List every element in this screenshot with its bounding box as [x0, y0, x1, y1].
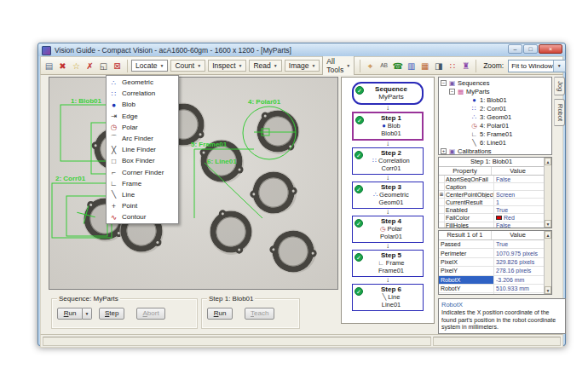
expand-icon[interactable]: ⊞	[439, 191, 445, 198]
zoom-select[interactable]: Fit to Window ▼	[508, 60, 565, 72]
tab-jog[interactable]: Jog	[554, 77, 565, 95]
menu-inspect[interactable]: Inspect▼	[208, 60, 246, 72]
expand-icon[interactable]	[439, 222, 445, 228]
step-node[interactable]: ✓ Step 5 ∟Frame Frame01	[352, 250, 424, 277]
new-tool-wand-icon[interactable]: ☆	[70, 60, 83, 72]
expand-icon[interactable]	[439, 199, 445, 205]
maximize-button[interactable]: □	[523, 44, 538, 54]
step-node[interactable]: ✓ Step 2 ∷Correlation Corr01	[352, 147, 424, 175]
property-value: 1	[496, 199, 499, 205]
step-title: Step 1	[362, 114, 420, 122]
crosshair-icon[interactable]: ⌖	[364, 60, 377, 72]
property-row[interactable]: AbortSeqOnFail False	[439, 176, 551, 183]
property-row[interactable]: Enabled True	[439, 206, 551, 214]
expand-icon[interactable]	[439, 214, 445, 221]
delete-sequence-icon[interactable]: ✖	[56, 60, 69, 72]
menu-item-box-finder[interactable]: □ Box Finder	[107, 155, 178, 166]
teach-button[interactable]: Teach	[245, 308, 274, 320]
expand-icon[interactable]	[439, 206, 445, 213]
sequence-node[interactable]: ✓ Sequence MyParts	[352, 82, 424, 105]
run-sequence-button[interactable]: Run	[57, 308, 83, 320]
property-row[interactable]: ⊞ CenterPointObject Screen	[439, 191, 551, 199]
menu-item-line[interactable]: ╲ Line	[107, 189, 178, 200]
tree-node-geom01[interactable]: ∴ 3: Geom01	[439, 112, 551, 121]
menu-image[interactable]: Image▼	[285, 60, 320, 72]
run-step-button[interactable]: Run	[207, 308, 233, 320]
zoom-dropdown-icon[interactable]: ▼	[553, 61, 565, 72]
toolbar-separator	[360, 60, 360, 72]
step-node[interactable]: ✓ Step 4 ◷Polar Polar01	[352, 216, 424, 243]
result-row[interactable]: RobotX -3.206 mm	[439, 276, 551, 285]
menu-item-frame[interactable]: ∟ Frame	[107, 178, 178, 189]
menu-item-point[interactable]: + Point	[107, 200, 178, 211]
close-view-icon[interactable]: ⊠	[111, 60, 124, 72]
tree-node-sequences[interactable]: − ▣ Sequences	[439, 78, 551, 87]
statistics-icon[interactable]: ▦	[418, 60, 431, 72]
menu-item-line-finder[interactable]: ╳ Line Finder	[107, 144, 178, 155]
tree-node-frame01[interactable]: ∟ 5: Frame01	[439, 130, 551, 138]
property-row[interactable]: CurrentResult 1	[439, 199, 551, 206]
tree-node-myparts[interactable]: − ▦ MyParts	[439, 87, 551, 95]
tree-node-polar01[interactable]: ◷ 4: Polar01	[439, 121, 551, 130]
histogram-icon[interactable]: ▥	[405, 60, 418, 72]
teach-pendant-icon[interactable]: ☎	[391, 60, 404, 72]
property-row[interactable]: Caption	[439, 183, 551, 191]
fit-window-icon[interactable]: ◱	[97, 60, 110, 72]
scroll-down-icon[interactable]: ▼	[545, 286, 551, 294]
menu-item-edge[interactable]: ⇥ Edge	[107, 111, 178, 122]
run-dropdown-button[interactable]: ▼	[83, 308, 92, 320]
close-button[interactable]: ×	[539, 44, 562, 54]
result-row[interactable]: PixelX 329.826 pixels	[439, 258, 551, 267]
menu-item-correlation[interactable]: ∷ Correlation	[107, 88, 178, 99]
menu-item-geometric[interactable]: ∴ Geometric	[107, 77, 178, 88]
expand-icon[interactable]	[439, 183, 445, 190]
ocr-text-icon[interactable]: ᴬᴮ	[378, 60, 390, 72]
tree-node-calibrations[interactable]: + ▣ Calibrations	[439, 147, 551, 155]
result-row[interactable]: RobotU 120.416 deg	[439, 293, 551, 295]
result-row[interactable]: Perimeter 1070.975 pixels	[439, 249, 551, 257]
result-row[interactable]: Passed True	[439, 240, 551, 249]
tree-expander-icon[interactable]: +	[441, 148, 447, 154]
menu-item-polar[interactable]: ◷ Polar	[107, 122, 178, 133]
menu-item-contour[interactable]: ∿ Contour	[107, 211, 178, 222]
step-type: Correlation	[378, 157, 410, 164]
scroll-up-icon[interactable]: ▲	[545, 158, 551, 165]
menu-item-corner-finder[interactable]: ⌐ Corner Finder	[107, 167, 178, 178]
scroll-down-icon[interactable]: ▼	[545, 220, 551, 228]
property-scrollbar[interactable]: ▲ ▼	[544, 158, 551, 228]
tree-node-corr01[interactable]: ∷ 2: Corr01	[439, 104, 551, 112]
step-node[interactable]: ✓ Step 6 ╲Line Line01	[352, 284, 424, 311]
title-bar[interactable]: Vision Guide - Compact Vision - acA1600-…	[38, 43, 565, 56]
scroll-up-icon[interactable]: ▲	[545, 231, 551, 239]
tree-expander-icon[interactable]: −	[449, 89, 455, 95]
robot-icon[interactable]: ♜	[459, 60, 472, 72]
menu-item-blob[interactable]: ● Blob	[107, 99, 178, 110]
menu-count[interactable]: Count▼	[170, 60, 205, 72]
step-node[interactable]: ✓ Step 3 ∴Geometric Geom01	[352, 182, 424, 209]
result-scrollbar[interactable]: ▲ ▼	[544, 231, 551, 294]
camera-icon[interactable]: ▤	[43, 60, 55, 72]
result-name: Perimeter	[439, 249, 494, 257]
toolbar-menus: Locate▼Count▼Inspect▼Read▼Image▼All Tool…	[131, 55, 356, 76]
abort-button[interactable]: Abort	[136, 308, 164, 320]
menu-all-tools[interactable]: All Tools▼	[322, 55, 355, 76]
result-row[interactable]: PixelY 278.16 pixels	[439, 267, 551, 275]
property-row[interactable]: FailColor Red	[439, 214, 551, 222]
video-camera-icon[interactable]: ◨	[432, 60, 445, 72]
expand-icon[interactable]	[439, 176, 445, 182]
step-button[interactable]: Step	[99, 308, 124, 320]
property-row[interactable]: FillHoles False	[439, 222, 551, 228]
step-node[interactable]: ✓ Step 1 ●Blob Blob01	[352, 112, 424, 141]
tab-robot[interactable]: Robot	[554, 99, 565, 126]
tree-expander-icon[interactable]: −	[441, 80, 447, 86]
tree-node-line01[interactable]: ╲ 6: Line01	[439, 138, 551, 147]
tree-node-blob01[interactable]: ● 1: Blob01	[439, 95, 551, 104]
camera-view[interactable]: 1: Blob01 2: Corr01 4: Polar01 5: Frame0…	[49, 77, 338, 290]
menu-locate[interactable]: Locate▼	[131, 60, 168, 72]
minimize-button[interactable]: –	[508, 44, 522, 54]
result-row[interactable]: RobotY 510.933 mm	[439, 285, 551, 293]
menu-item-arc-finder[interactable]: ⌒ Arc Finder	[107, 133, 178, 144]
menu-read[interactable]: Read▼	[249, 60, 281, 72]
color-tool-icon[interactable]: ∷	[446, 60, 458, 72]
delete-tool-icon[interactable]: ✗	[84, 60, 96, 72]
